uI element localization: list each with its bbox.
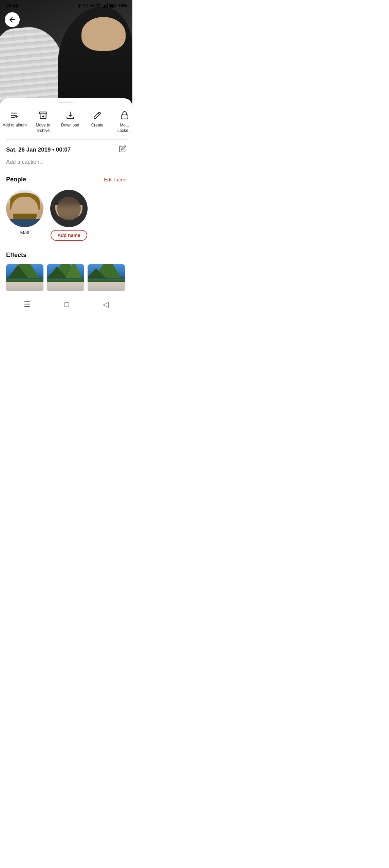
svg-rect-2 bbox=[104, 5, 105, 8]
archive-icon bbox=[38, 110, 49, 121]
bluetooth-icon bbox=[77, 3, 82, 8]
photo-date: Sat, 26 Jan 2019 • 00:07 bbox=[6, 146, 71, 153]
lte-icon: YoLTE bbox=[90, 4, 101, 8]
photo-area bbox=[0, 0, 132, 105]
people-title: People bbox=[6, 176, 26, 183]
people-section: People Edit faces Matt bbox=[0, 172, 132, 249]
caption-input[interactable] bbox=[6, 158, 126, 169]
actions-row: Add to album Move toarchive Download bbox=[0, 105, 132, 139]
download-icon bbox=[65, 110, 76, 121]
bottom-sheet: Add to album Move toarchive Download bbox=[0, 98, 132, 320]
battery-percent: 78% bbox=[118, 3, 127, 8]
move-to-archive-button[interactable]: Move toarchive bbox=[30, 108, 57, 135]
svg-rect-9 bbox=[121, 115, 128, 119]
svg-rect-8 bbox=[39, 112, 47, 114]
matt-name: Matt bbox=[20, 230, 29, 235]
move-to-archive-label: Move toarchive bbox=[36, 123, 50, 133]
edit-faces-button[interactable]: Edit faces bbox=[104, 177, 126, 182]
svg-rect-6 bbox=[116, 5, 116, 6]
matt-avatar bbox=[6, 190, 43, 227]
battery-icon bbox=[109, 3, 117, 8]
back-button[interactable] bbox=[5, 12, 20, 27]
effect-item-2[interactable] bbox=[47, 264, 84, 291]
download-label: Download bbox=[61, 123, 79, 128]
back-arrow-icon bbox=[9, 16, 16, 23]
effects-header: Effects bbox=[6, 252, 126, 259]
signal-icon bbox=[103, 3, 108, 8]
people-header: People Edit faces bbox=[6, 176, 126, 183]
svg-rect-1 bbox=[103, 6, 104, 8]
move-locked-button[interactable]: Mo...Locke... bbox=[111, 108, 132, 135]
status-icons: YoLTE 78% bbox=[77, 3, 127, 8]
create-icon bbox=[92, 110, 103, 121]
edit-date-button[interactable] bbox=[119, 145, 126, 154]
effect-item-3[interactable] bbox=[88, 264, 125, 291]
lock-icon bbox=[119, 110, 130, 121]
svg-point-0 bbox=[86, 6, 86, 7]
bottom-nav: ☰ □ ◁ bbox=[0, 297, 132, 314]
add-name-button[interactable]: Add name bbox=[51, 230, 87, 241]
person-matt[interactable]: Matt bbox=[6, 190, 43, 241]
date-row: Sat, 26 Jan 2019 • 00:07 bbox=[6, 145, 126, 154]
create-label: Create bbox=[91, 123, 104, 128]
unknown-avatar bbox=[50, 190, 88, 227]
effects-row bbox=[6, 264, 126, 291]
status-time: 15:40 bbox=[5, 3, 18, 8]
person-unknown[interactable]: Add name bbox=[50, 190, 88, 241]
add-to-album-label: Add to album bbox=[3, 123, 27, 128]
drag-handle[interactable] bbox=[0, 98, 132, 105]
svg-rect-4 bbox=[107, 3, 108, 8]
create-button[interactable]: Create bbox=[84, 108, 111, 135]
people-row: Matt Add name bbox=[6, 189, 126, 246]
svg-rect-7 bbox=[110, 4, 114, 7]
effect-item-1[interactable] bbox=[6, 264, 43, 291]
svg-rect-3 bbox=[106, 4, 107, 8]
effects-section: Effects bbox=[0, 249, 132, 297]
photo-background bbox=[0, 0, 132, 105]
move-locked-label: Mo...Locke... bbox=[117, 123, 132, 133]
nav-home-button[interactable]: □ bbox=[64, 300, 69, 309]
status-bar: 15:40 YoLTE 78% bbox=[0, 0, 132, 10]
drag-handle-bar bbox=[59, 102, 73, 103]
info-section: Sat, 26 Jan 2019 • 00:07 bbox=[0, 140, 132, 172]
face-area bbox=[81, 17, 126, 51]
nav-back-button[interactable]: ◁ bbox=[103, 300, 109, 309]
nav-menu-button[interactable]: ☰ bbox=[24, 300, 31, 309]
wifi-icon bbox=[83, 3, 89, 8]
download-button[interactable]: Download bbox=[57, 108, 84, 135]
add-to-album-button[interactable]: Add to album bbox=[0, 108, 30, 135]
effects-title: Effects bbox=[6, 252, 26, 259]
add-to-album-icon bbox=[9, 110, 20, 121]
